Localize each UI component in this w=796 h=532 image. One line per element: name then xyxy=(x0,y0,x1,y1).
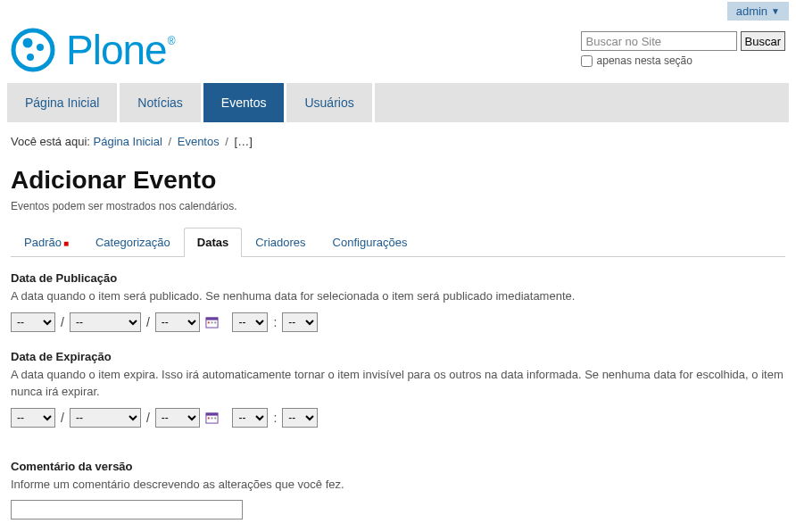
pub-day-select[interactable]: -- xyxy=(11,312,55,332)
search-area: Buscar apenas nesta seção xyxy=(581,31,785,67)
search-only-section[interactable]: apenas nesta seção xyxy=(581,54,692,67)
tab-dates[interactable]: Datas xyxy=(184,228,242,257)
top-bar: admin ▼ xyxy=(0,0,796,21)
field-version-comment: Comentário da versão Informe um comentár… xyxy=(11,460,785,520)
svg-rect-13 xyxy=(214,418,216,420)
svg-rect-7 xyxy=(211,322,212,324)
nav-events[interactable]: Eventos xyxy=(203,83,287,122)
form-body: Data de Publicação A data quando o item … xyxy=(0,257,796,532)
breadcrumb-prefix: Você está aqui: xyxy=(11,135,90,148)
svg-rect-6 xyxy=(208,322,210,324)
exp-month-select[interactable]: -- xyxy=(70,408,141,428)
pub-hour-select[interactable]: -- xyxy=(232,312,268,332)
svg-rect-12 xyxy=(211,418,212,420)
svg-point-2 xyxy=(37,44,44,51)
exp-min-select[interactable]: -- xyxy=(282,408,318,428)
chevron-down-icon: ▼ xyxy=(771,6,780,16)
page-title: Adicionar Evento xyxy=(0,154,796,198)
date-separator: / xyxy=(61,411,64,425)
svg-rect-5 xyxy=(206,318,218,320)
svg-point-3 xyxy=(27,54,34,61)
comment-label: Comentário da versão xyxy=(11,460,785,473)
pub-year-select[interactable]: -- xyxy=(155,312,200,332)
exp-day-select[interactable]: -- xyxy=(11,408,55,428)
exp-hour-select[interactable]: -- xyxy=(232,408,268,428)
exp-date-label: Data de Expiração xyxy=(11,350,785,363)
breadcrumb-events[interactable]: Eventos xyxy=(178,135,220,148)
required-dot-icon: ■ xyxy=(63,238,69,248)
nav-home[interactable]: Página Inicial xyxy=(7,83,120,122)
comment-input[interactable] xyxy=(11,500,243,520)
header: Plone® Buscar apenas nesta seção xyxy=(0,21,796,83)
pub-date-label: Data de Publicação xyxy=(11,271,785,285)
nav-news[interactable]: Notícias xyxy=(120,83,203,122)
pub-min-select[interactable]: -- xyxy=(282,312,318,332)
tab-default[interactable]: Padrão■ xyxy=(11,228,82,257)
field-publication-date: Data de Publicação A data quando o item … xyxy=(11,271,785,332)
date-separator: / xyxy=(146,315,150,329)
search-only-section-label: apenas nesta seção xyxy=(597,54,692,67)
search-input[interactable] xyxy=(581,31,737,51)
time-separator: : xyxy=(273,315,277,329)
tab-categorization[interactable]: Categorização xyxy=(82,228,184,257)
time-separator: : xyxy=(273,411,277,425)
field-expiration-date: Data de Expiração A data quando o item e… xyxy=(11,350,785,428)
breadcrumb-home[interactable]: Página Inicial xyxy=(94,135,162,148)
tab-creators[interactable]: Criadores xyxy=(242,228,319,257)
pub-month-select[interactable]: -- xyxy=(70,312,141,332)
date-separator: / xyxy=(61,315,64,329)
search-button[interactable]: Buscar xyxy=(741,31,785,51)
tab-settings[interactable]: Configurações xyxy=(319,228,421,257)
svg-rect-11 xyxy=(208,418,210,420)
date-separator: / xyxy=(146,411,150,425)
svg-point-0 xyxy=(13,30,53,70)
svg-rect-8 xyxy=(214,322,216,324)
search-only-section-checkbox[interactable] xyxy=(581,55,593,67)
admin-label: admin xyxy=(736,4,767,18)
exp-year-select[interactable]: -- xyxy=(155,408,200,428)
main-nav: Página Inicial Notícias Eventos Usuários xyxy=(7,83,789,122)
breadcrumb-current: […] xyxy=(235,135,253,148)
comment-help: Informe um comentário descrevendo as alt… xyxy=(11,476,785,494)
svg-point-1 xyxy=(23,38,33,48)
admin-user-menu[interactable]: admin ▼ xyxy=(727,2,789,21)
pub-date-help: A data quando o item será publicado. Se … xyxy=(11,287,785,305)
logo-text: Plone® xyxy=(66,26,174,74)
plone-logo-icon xyxy=(11,28,55,72)
svg-rect-10 xyxy=(206,413,218,416)
form-tabs: Padrão■ Categorização Datas Criadores Co… xyxy=(11,227,785,257)
page-description: Eventos podem ser mostrados nos calendár… xyxy=(0,198,796,227)
nav-users[interactable]: Usuários xyxy=(286,83,374,122)
exp-date-help: A data quando o item expira. Isso irá au… xyxy=(11,366,785,401)
calendar-icon[interactable] xyxy=(205,411,219,424)
logo[interactable]: Plone® xyxy=(11,26,174,74)
breadcrumb: Você está aqui: Página Inicial / Eventos… xyxy=(0,122,796,154)
calendar-icon[interactable] xyxy=(205,315,219,328)
